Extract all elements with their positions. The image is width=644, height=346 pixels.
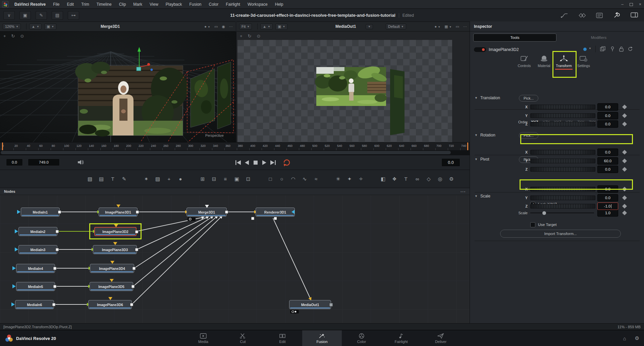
timeline-ruler[interactable]: 0204060801001201401601802002202402602803… xyxy=(0,142,470,150)
node-tab-settings[interactable]: Settings xyxy=(573,54,594,68)
keyframes-editor-icon[interactable] xyxy=(577,11,587,19)
dolly-icon[interactable]: ⊙ xyxy=(20,34,24,39)
fusion-tool-icon-6-4[interactable]: ∞ xyxy=(413,175,421,183)
node-enable-toggle[interactable] xyxy=(474,47,486,52)
rotation-pick-button[interactable]: Pick... xyxy=(519,132,538,139)
fusion-tool-icon-6-1[interactable]: ◧ xyxy=(379,175,387,183)
play-reverse-button[interactable] xyxy=(245,160,249,165)
import-transform-button[interactable]: Import Transform... xyxy=(500,230,621,238)
node-imageplane3d2[interactable]: ImagePlane3D2 xyxy=(94,227,137,236)
node-mediain3[interactable]: MediaIn3 xyxy=(18,245,57,254)
fusion-tool-icon-2-2[interactable]: ▨ xyxy=(154,175,162,183)
home-icon[interactable]: ⌂ xyxy=(623,336,626,341)
node-imageplane3d4[interactable]: ImagePlane3D4 xyxy=(90,264,134,273)
right-viewer-grid-icon[interactable]: ▦ ▼ xyxy=(444,24,451,29)
nodes-panel-button[interactable]: ⊶ xyxy=(68,11,79,20)
fusion-tool-icon-5-3[interactable]: ✧ xyxy=(357,175,365,183)
menu-edit[interactable]: Edit xyxy=(63,0,78,9)
pivot-y-keyframe-diamond[interactable] xyxy=(622,195,627,200)
node-mediain2[interactable]: MediaIn2 xyxy=(18,227,57,236)
tab-tools[interactable]: Tools xyxy=(473,34,556,42)
translation-y-thumbwheel[interactable] xyxy=(530,113,595,118)
right-viewer-display-select[interactable]: ▣▼ xyxy=(275,23,287,30)
left-viewer-color-controls-icon[interactable]: ● ▼ xyxy=(204,24,210,28)
rotation-x-thumbwheel[interactable] xyxy=(530,150,595,155)
fusion-tool-icon-5-1[interactable]: ✳ xyxy=(334,175,342,183)
keyframes-panel-button[interactable]: ▤ xyxy=(52,11,63,20)
translation-x-keyframe-diamond[interactable] xyxy=(622,105,627,109)
translation-y-keyframe-diamond[interactable] xyxy=(622,113,627,118)
node-mediain1[interactable]: MediaIn1 xyxy=(21,208,60,217)
project-settings-gear-icon[interactable]: ⚙ xyxy=(635,335,639,341)
menu-clip[interactable]: Clip xyxy=(115,0,130,9)
range-start-field[interactable]: 0.0 xyxy=(6,159,23,166)
fusion-tool-icon-3-1[interactable]: ⊞ xyxy=(199,175,207,183)
range-end-field[interactable]: 749.0 xyxy=(28,159,60,166)
menu-fairlight[interactable]: Fairlight xyxy=(222,0,244,9)
orbit-icon[interactable]: ↻ xyxy=(11,34,15,39)
rotation-x-value-field[interactable]: 0.0 xyxy=(597,149,618,156)
fusion-tool-icon-2-4[interactable]: ● xyxy=(176,175,184,183)
loop-button[interactable] xyxy=(284,160,289,166)
menu-workspace[interactable]: Workspace xyxy=(244,0,271,9)
node-color-dot[interactable] xyxy=(583,48,587,51)
rotation-section-header[interactable]: ▼Rotation xyxy=(475,133,495,137)
fusion-tool-icon-4-5[interactable]: ≈ xyxy=(312,175,320,183)
rotation-y-value-field[interactable]: 60.0 xyxy=(597,157,618,165)
orbit-icon[interactable]: ↻ xyxy=(248,34,252,39)
pivot-x-thumbwheel[interactable] xyxy=(530,187,595,191)
translation-z-keyframe-diamond[interactable] xyxy=(622,122,627,126)
fusion-tool-icon-1-2[interactable]: ▤ xyxy=(97,175,105,183)
node-imageplane3d1[interactable]: ImagePlane3D1 xyxy=(99,208,138,217)
fusion-tool-icon-3-3[interactable]: ≡ xyxy=(221,175,229,183)
fusion-tool-icon-6-3[interactable]: T xyxy=(402,175,410,183)
fusion-tool-icon-4-1[interactable]: □ xyxy=(266,175,274,183)
translation-y-value-field[interactable]: 0.0 xyxy=(597,112,618,119)
pivot-z-keyframe-diamond[interactable] xyxy=(622,204,627,209)
play-button[interactable] xyxy=(262,160,266,165)
stop-button[interactable] xyxy=(254,161,258,165)
fusion-tool-icon-3-4[interactable]: ▣ xyxy=(233,175,241,183)
pivot-y-value-field[interactable]: 0.0 xyxy=(597,194,618,201)
use-target-checkbox[interactable] xyxy=(530,222,535,227)
pivot-x-value-field[interactable]: 0.0 xyxy=(597,185,618,193)
minimize-button[interactable]: – xyxy=(621,2,624,7)
pin-icon[interactable] xyxy=(610,46,615,52)
node-merge3d1[interactable]: Merge3D1 xyxy=(186,208,227,217)
timeline-scrollbar-handle[interactable] xyxy=(1,151,451,154)
node-graph-canvas[interactable]: MediaIn1ImagePlane3D1Merge3D1Renderer3D1… xyxy=(0,195,470,323)
left-viewer-3d-viewport[interactable]: + ↻ ⊙ xyxy=(0,32,235,142)
copy-settings-icon[interactable] xyxy=(600,46,605,52)
page-tab-fairlight[interactable]: Fairlight xyxy=(381,330,421,346)
pivot-z-thumbwheel[interactable] xyxy=(530,204,595,209)
node-mediain5[interactable]: MediaIn5 xyxy=(16,282,55,291)
fusion-tool-icon-1-3[interactable]: T xyxy=(109,175,117,183)
clips-toggle-button[interactable]: ▣ xyxy=(19,11,31,20)
scale-section-header[interactable]: ▼Scale xyxy=(475,194,490,198)
left-viewer-channel-select[interactable]: ▲▼ xyxy=(29,23,42,30)
dolly-icon[interactable]: ⊙ xyxy=(257,34,261,39)
translation-z-value-field[interactable]: 0.0 xyxy=(597,120,618,128)
left-viewer-zoom-select[interactable]: 126%▼ xyxy=(3,23,21,30)
fusion-tool-icon-6-2[interactable]: ❖ xyxy=(390,175,398,183)
menu-file[interactable]: File xyxy=(49,0,63,9)
scale-slider-thumb[interactable] xyxy=(542,211,546,215)
node-tab-material[interactable]: Material xyxy=(534,54,554,68)
metadata-icon[interactable] xyxy=(594,11,604,19)
current-frame-field[interactable]: 0.0 xyxy=(441,158,460,167)
fusion-tool-icon-3-2[interactable]: ⊟ xyxy=(210,175,218,183)
node-tab-controls[interactable]: Controls xyxy=(514,54,535,68)
page-tab-color[interactable]: Color xyxy=(342,330,381,346)
translation-z-thumbwheel[interactable] xyxy=(530,122,595,126)
pivot-section-header[interactable]: ▼Pivot xyxy=(475,157,489,162)
right-viewer-channel-select[interactable]: ▲▼ xyxy=(260,23,273,30)
right-viewer-options-menu-icon[interactable]: ⋯ xyxy=(463,24,467,29)
rotation-x-keyframe-diamond[interactable] xyxy=(622,150,627,155)
tab-modifiers[interactable]: Modifiers xyxy=(557,34,640,42)
translation-pick-button[interactable]: Pick... xyxy=(519,95,538,102)
fusion-tool-icon-4-3[interactable]: ◠ xyxy=(289,175,297,183)
fusion-tool-icon-2-3[interactable]: + xyxy=(165,175,173,183)
fusion-tool-icon-2-1[interactable]: ✶ xyxy=(142,175,150,183)
right-viewer-lut-select[interactable]: Default▼ xyxy=(386,23,406,30)
pivot-x-keyframe-diamond[interactable] xyxy=(622,187,627,191)
